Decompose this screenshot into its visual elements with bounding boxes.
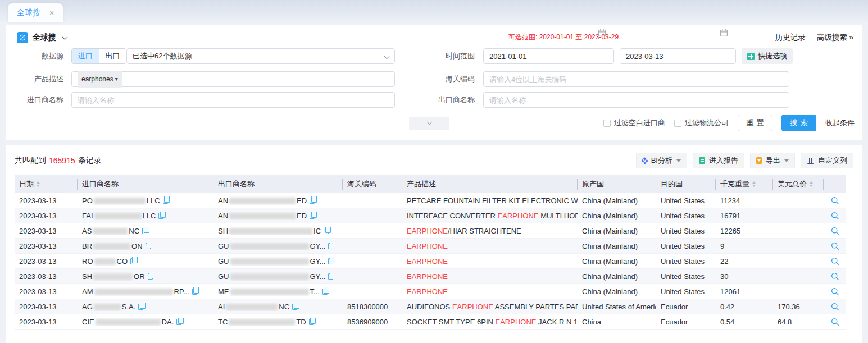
sort-down-icon bbox=[810, 185, 813, 189]
history-link[interactable]: 历史记录 bbox=[775, 33, 806, 43]
cell-origin-country: China (Mainland) bbox=[578, 212, 656, 220]
copy-icon[interactable] bbox=[176, 319, 181, 325]
importer-name-input[interactable] bbox=[71, 92, 395, 108]
column-header-1[interactable]: 日期 bbox=[15, 179, 78, 190]
keyword-tag[interactable]: earphones ▾ bbox=[78, 71, 122, 88]
copy-icon[interactable] bbox=[163, 198, 168, 204]
company-suffix: DA. bbox=[162, 318, 174, 326]
enter-report-button[interactable]: 进入报告 bbox=[693, 153, 744, 168]
copy-icon[interactable] bbox=[192, 289, 197, 295]
copy-icon[interactable] bbox=[328, 243, 333, 249]
company-prefix: SH bbox=[218, 227, 228, 235]
magnifier-icon[interactable] bbox=[831, 212, 839, 220]
datasource-select[interactable]: 已选中62个数据源 bbox=[126, 48, 395, 64]
search-button[interactable]: 搜索 bbox=[781, 115, 816, 131]
cell-weight-kg: 16791 bbox=[716, 212, 773, 220]
advanced-search-link[interactable]: 高级搜索 » bbox=[817, 33, 853, 43]
chevron-down-icon[interactable] bbox=[62, 34, 68, 40]
copy-icon[interactable] bbox=[142, 228, 147, 234]
exporter-name-input[interactable] bbox=[483, 92, 789, 108]
magnifier-icon[interactable] bbox=[831, 242, 839, 250]
cell-importer: ROCO bbox=[78, 257, 213, 266]
calendar-icon[interactable] bbox=[720, 29, 728, 37]
magnifier-icon[interactable] bbox=[831, 257, 839, 266]
checkbox-icon[interactable] bbox=[674, 120, 681, 127]
copy-icon[interactable] bbox=[138, 304, 143, 310]
filter-logistics-checkbox[interactable]: 过滤物流公司 bbox=[674, 118, 729, 128]
import-toggle[interactable]: 进口 bbox=[72, 49, 99, 63]
tag-caret-icon: ▾ bbox=[115, 72, 118, 86]
cell-weight-kg: 12061 bbox=[716, 287, 773, 296]
product-segment: JACK R N 1 SOCKET... bbox=[536, 318, 578, 326]
sort-icon[interactable] bbox=[810, 180, 813, 189]
copy-icon[interactable] bbox=[310, 213, 315, 219]
results-header: 共匹配到 165915 条记录 BI分析进入报告导出自定义列 bbox=[15, 153, 853, 168]
column-header-2: 进口商名称 bbox=[78, 179, 213, 190]
form-title: 全球搜 bbox=[17, 32, 67, 43]
close-icon[interactable]: × bbox=[49, 9, 54, 17]
cell-price-usd: 64.8 bbox=[773, 318, 824, 326]
quick-options-label: 快捷选项 bbox=[758, 51, 787, 61]
redacted-text bbox=[230, 273, 309, 280]
custom-columns-button[interactable]: 自定义列 bbox=[801, 153, 853, 168]
company-prefix: TC bbox=[218, 318, 228, 326]
date-from-input[interactable] bbox=[483, 48, 614, 64]
table-row: 2023-03-13SHORGUGY...EARPHONEChina (Main… bbox=[15, 269, 846, 284]
bi-analysis-button[interactable]: BI分析 bbox=[636, 153, 687, 168]
copy-icon[interactable] bbox=[310, 198, 315, 204]
copy-icon[interactable] bbox=[309, 319, 314, 325]
copy-icon[interactable] bbox=[148, 273, 153, 280]
collapse-conditions-link[interactable]: 收起条件 bbox=[825, 118, 855, 128]
redacted-text bbox=[229, 198, 296, 204]
magnifier-icon[interactable] bbox=[831, 318, 839, 326]
cell-date: 2023-03-13 bbox=[15, 272, 78, 281]
sort-icon[interactable] bbox=[752, 180, 756, 189]
copy-icon[interactable] bbox=[324, 228, 329, 234]
copy-icon[interactable] bbox=[328, 273, 333, 280]
product-description-input[interactable]: earphones ▾ bbox=[71, 71, 395, 87]
copy-icon[interactable] bbox=[130, 258, 135, 264]
reset-button[interactable]: 重置 bbox=[738, 115, 772, 131]
caret-down-icon bbox=[784, 159, 789, 164]
table-row: 2023-03-13AMRP...MET...EARPHONEChina (Ma… bbox=[15, 284, 846, 299]
copy-icon[interactable] bbox=[322, 289, 328, 295]
collapse-form-button[interactable] bbox=[409, 117, 449, 130]
checkbox-icon[interactable] bbox=[603, 120, 611, 127]
magnifier-icon[interactable] bbox=[831, 303, 839, 311]
column-label: 产品描述 bbox=[407, 179, 436, 189]
column-header-8[interactable]: 千克重量 bbox=[716, 179, 773, 190]
copy-icon[interactable] bbox=[292, 304, 297, 310]
magnifier-icon[interactable] bbox=[831, 287, 839, 296]
table-row: 2023-03-13ROCOGUGY...EARPHONEChina (Main… bbox=[15, 254, 846, 269]
copy-icon[interactable] bbox=[158, 213, 163, 219]
company-suffix: IC bbox=[313, 227, 321, 235]
cell-importer: FAILLC bbox=[78, 212, 213, 220]
column-label: 美元总价 bbox=[778, 179, 807, 189]
redacted-text bbox=[96, 319, 161, 326]
magnifier-icon[interactable] bbox=[831, 227, 839, 235]
column-header-9[interactable]: 美元总价 bbox=[773, 179, 824, 190]
copy-icon[interactable] bbox=[328, 258, 333, 264]
filter-blank-importer-checkbox[interactable]: 过滤空白进口商 bbox=[603, 118, 665, 128]
export-toggle[interactable]: 出口 bbox=[99, 49, 126, 63]
sort-up-icon bbox=[752, 180, 756, 184]
hscode-input[interactable] bbox=[483, 71, 789, 87]
export-button[interactable]: 导出 bbox=[750, 153, 795, 168]
cell-exporter: SHIC bbox=[213, 227, 343, 235]
bi-analysis-button-label: BI分析 bbox=[651, 156, 672, 166]
table-row: 2023-03-13BRONGUGY...EARPHONEChina (Main… bbox=[15, 239, 846, 254]
table-row: 2023-03-13CIEDA.TCTD8536909000SOCKET SMT… bbox=[15, 314, 846, 330]
tab-global-search[interactable]: 全球搜 × bbox=[8, 3, 63, 22]
company-suffix: GY... bbox=[310, 257, 326, 266]
cell-weight-kg: 11234 bbox=[716, 196, 773, 205]
table-row: 2023-03-13FAILLCANEDINTERFACE CONVERTER … bbox=[15, 208, 846, 223]
redacted-text bbox=[93, 273, 133, 280]
date-to-input[interactable] bbox=[620, 48, 736, 64]
sort-icon[interactable] bbox=[37, 180, 40, 189]
company-prefix: CIE bbox=[82, 318, 94, 326]
copy-icon[interactable] bbox=[146, 243, 151, 249]
magnifier-icon[interactable] bbox=[831, 196, 839, 205]
quick-options-button[interactable]: 快捷选项 bbox=[742, 48, 793, 64]
export-icon bbox=[756, 157, 762, 164]
magnifier-icon[interactable] bbox=[831, 272, 839, 281]
